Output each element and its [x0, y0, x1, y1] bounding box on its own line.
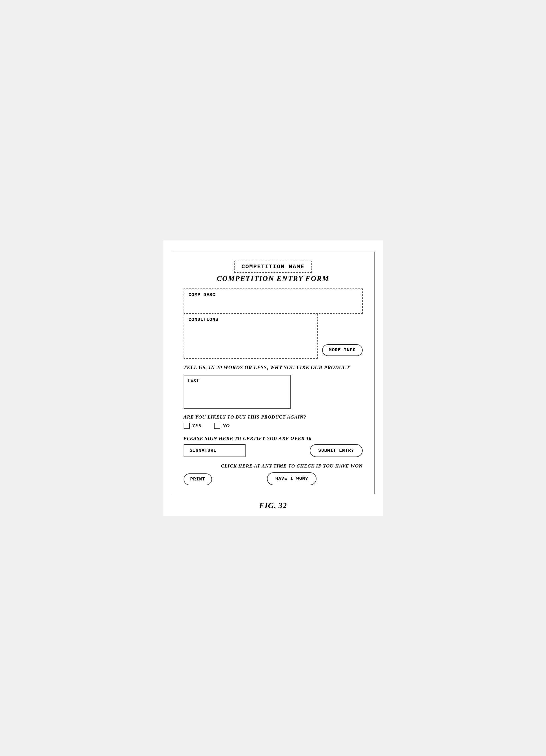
text-input-label: TEXT — [187, 378, 199, 383]
comp-desc-box: COMP DESC — [183, 288, 363, 314]
checkbox-row: YES NO — [183, 423, 363, 429]
have-i-won-button[interactable]: HAVE I WON? — [267, 472, 317, 485]
signature-box[interactable]: SIGNATURE — [183, 444, 245, 457]
competition-name-box: COMPETITION NAME — [234, 261, 312, 273]
title-section: COMPETITION NAME COMPETITION ENTRY FORM — [183, 261, 363, 283]
text-input-box[interactable]: TEXT — [183, 375, 291, 409]
no-checkbox[interactable] — [214, 423, 220, 429]
print-button[interactable]: PRINT — [183, 473, 212, 485]
form-title: COMPETITION ENTRY FORM — [217, 274, 329, 283]
sign-section: PLEASE SIGN HERE TO CERTIFY YOU ARE OVER… — [183, 436, 363, 457]
sign-label: PLEASE SIGN HERE TO CERTIFY YOU ARE OVER… — [183, 436, 363, 441]
yes-checkbox-item: YES — [183, 423, 201, 429]
check-won-section: CLICK HERE AT ANY TIME TO CHECK IF YOU H… — [221, 463, 363, 485]
more-info-button[interactable]: MORE INFO — [322, 344, 363, 356]
signature-label: SIGNATURE — [190, 448, 216, 453]
conditions-row: CONDITIONS MORE INFO — [183, 314, 363, 359]
likely-question: ARE YOU LIKELY TO BUY THIS PRODUCT AGAIN… — [183, 414, 363, 420]
prompt-text: TELL US, IN 20 WORDS OR LESS, WHY YOU LI… — [183, 364, 363, 371]
conditions-box: CONDITIONS — [183, 314, 318, 359]
likely-section: ARE YOU LIKELY TO BUY THIS PRODUCT AGAIN… — [183, 414, 363, 429]
figure-caption: FIG. 32 — [259, 501, 287, 510]
conditions-label: CONDITIONS — [189, 317, 218, 322]
form-container: COMPETITION NAME COMPETITION ENTRY FORM … — [172, 252, 375, 494]
sign-submit-row: SIGNATURE SUBMIT ENTRY — [183, 444, 363, 457]
no-checkbox-item: NO — [214, 423, 230, 429]
no-label: NO — [222, 423, 230, 429]
page-wrapper: COMPETITION NAME COMPETITION ENTRY FORM … — [163, 240, 383, 516]
more-info-col: MORE INFO — [318, 314, 363, 359]
bottom-row: PRINT CLICK HERE AT ANY TIME TO CHECK IF… — [183, 463, 363, 485]
yes-checkbox[interactable] — [183, 423, 190, 429]
yes-label: YES — [192, 423, 201, 429]
competition-name-label: COMPETITION NAME — [241, 263, 305, 270]
comp-desc-label: COMP DESC — [189, 292, 215, 298]
submit-entry-button[interactable]: SUBMIT ENTRY — [310, 444, 363, 457]
check-won-label: CLICK HERE AT ANY TIME TO CHECK IF YOU H… — [221, 463, 363, 469]
